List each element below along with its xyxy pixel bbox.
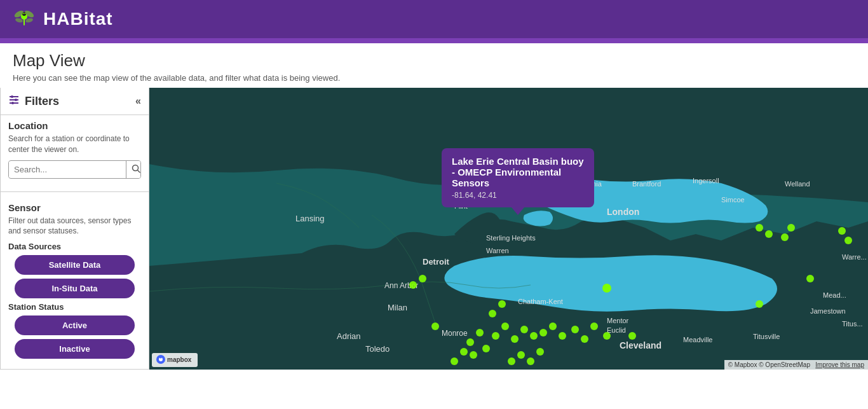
app-header: HABitat (0, 0, 868, 38)
svg-line-16 (138, 170, 140, 172)
svg-point-78 (838, 227, 846, 235)
filters-collapse-button[interactable]: « (135, 95, 141, 107)
svg-text:Mead...: Mead... (823, 291, 846, 299)
svg-text:Titus...: Titus... (842, 320, 863, 328)
svg-point-81 (409, 281, 417, 289)
svg-point-57 (539, 329, 547, 336)
svg-point-62 (590, 322, 598, 330)
svg-text:Titusville: Titusville (753, 333, 780, 340)
mapbox-logo: mapbox (152, 353, 198, 367)
svg-point-14 (11, 102, 14, 104)
search-input[interactable] (9, 162, 126, 177)
svg-point-61 (581, 335, 588, 343)
svg-point-82 (431, 322, 439, 330)
station-status-title: Station Status (8, 302, 141, 312)
svg-text:Warren: Warren (486, 247, 509, 254)
main-content: Filters « Location Search for a station … (0, 88, 868, 370)
svg-text:Chatham-Kent: Chatham-Kent (518, 298, 563, 305)
svg-point-69 (451, 357, 458, 365)
page-title-area: Map View Here you can see the map view o… (0, 43, 868, 88)
svg-point-79 (844, 237, 852, 244)
filters-icon (8, 94, 20, 108)
svg-point-6 (22, 12, 26, 16)
svg-point-51 (482, 345, 490, 352)
svg-point-54 (511, 335, 519, 343)
sensor-section: Sensor Filter out data sources, sensor t… (1, 197, 149, 366)
svg-point-76 (756, 300, 763, 308)
svg-point-7 (23, 13, 24, 14)
svg-text:Ingersoll: Ingersoll (693, 177, 719, 184)
svg-point-49 (460, 348, 468, 356)
svg-text:Toledo: Toledo (365, 344, 390, 354)
svg-point-80 (419, 275, 426, 282)
map-area[interactable]: Lansing Detroit Milan Adrian Toledo Monr… (149, 88, 868, 370)
svg-text:Milan: Milan (388, 303, 407, 312)
svg-point-53 (501, 322, 509, 330)
svg-point-12 (15, 99, 17, 101)
svg-text:Sterling Heights: Sterling Heights (486, 234, 536, 242)
svg-point-67 (527, 357, 534, 365)
search-button[interactable] (126, 161, 141, 178)
svg-text:mapbox: mapbox (167, 356, 192, 363)
svg-point-8 (25, 13, 26, 14)
search-container (8, 160, 141, 179)
sensor-title: Sensor (8, 202, 141, 213)
filters-header-left: Filters (8, 94, 59, 108)
map-svg: Lansing Detroit Milan Adrian Toledo Monr… (149, 88, 868, 370)
location-section: Location Search for a station or coordin… (1, 115, 149, 186)
svg-rect-5 (24, 15, 25, 25)
filters-header: Filters « (1, 88, 149, 115)
svg-point-83 (602, 284, 611, 293)
svg-point-70 (603, 332, 611, 340)
svg-text:Mentor: Mentor (607, 317, 629, 324)
filters-panel: Filters « Location Search for a station … (0, 88, 149, 370)
svg-point-56 (530, 332, 538, 340)
svg-point-86 (160, 357, 162, 359)
map-tooltip: Lake Erie Central Basin buoy - OMECP Env… (442, 148, 594, 207)
svg-point-75 (787, 224, 795, 232)
location-desc: Search for a station or coordinate to ce… (8, 134, 141, 155)
svg-text:Brantford: Brantford (632, 180, 661, 188)
svg-point-72 (756, 224, 763, 232)
tooltip-title: Lake Erie Central Basin buoy - OMECP Env… (452, 156, 584, 188)
svg-point-64 (498, 300, 506, 308)
svg-point-52 (492, 332, 499, 340)
svg-text:Jamestown: Jamestown (810, 307, 846, 315)
svg-point-55 (520, 326, 528, 333)
svg-point-77 (806, 275, 814, 282)
active-status-button[interactable]: Active (15, 315, 134, 335)
svg-point-50 (470, 351, 477, 359)
svg-text:Cleveland: Cleveland (620, 340, 661, 350)
inactive-status-button[interactable]: Inactive (15, 339, 134, 359)
page-title: Map View (13, 51, 855, 71)
filters-label: Filters (25, 95, 59, 108)
svg-point-10 (11, 95, 13, 98)
sensor-desc: Filter out data sources, sensor types an… (8, 216, 141, 237)
svg-text:Meadville: Meadville (683, 336, 712, 343)
in-situ-data-button[interactable]: In-Situ Data (15, 279, 134, 298)
svg-point-58 (549, 322, 557, 330)
mapbox-attribution: © Mapbox © OpenStreetMap (728, 361, 810, 368)
divider-1 (1, 191, 149, 192)
svg-text:Detroit: Detroit (423, 257, 450, 267)
data-sources-title: Data Sources (8, 242, 141, 251)
svg-text:Welland: Welland (785, 180, 810, 188)
svg-point-47 (476, 329, 484, 336)
svg-point-60 (571, 326, 579, 333)
svg-point-73 (765, 230, 773, 238)
location-title: Location (8, 120, 141, 131)
mapbox-logo-svg: mapbox (156, 354, 194, 364)
improve-map-link[interactable]: Improve this map (815, 361, 864, 368)
app-title: HABitat (43, 9, 113, 29)
svg-text:Simcoe: Simcoe (721, 196, 745, 204)
svg-point-48 (466, 338, 474, 346)
svg-point-68 (536, 348, 544, 356)
page-subtitle: Here you can see the map view of the ava… (13, 73, 855, 83)
svg-point-59 (559, 332, 566, 340)
tooltip-coords: -81.64, 42.41 (452, 191, 584, 200)
satellite-data-button[interactable]: Satellite Data (15, 255, 134, 275)
svg-point-66 (517, 351, 525, 359)
svg-point-65 (508, 357, 515, 365)
svg-text:Warre...: Warre... (842, 253, 867, 261)
svg-text:London: London (607, 207, 639, 217)
